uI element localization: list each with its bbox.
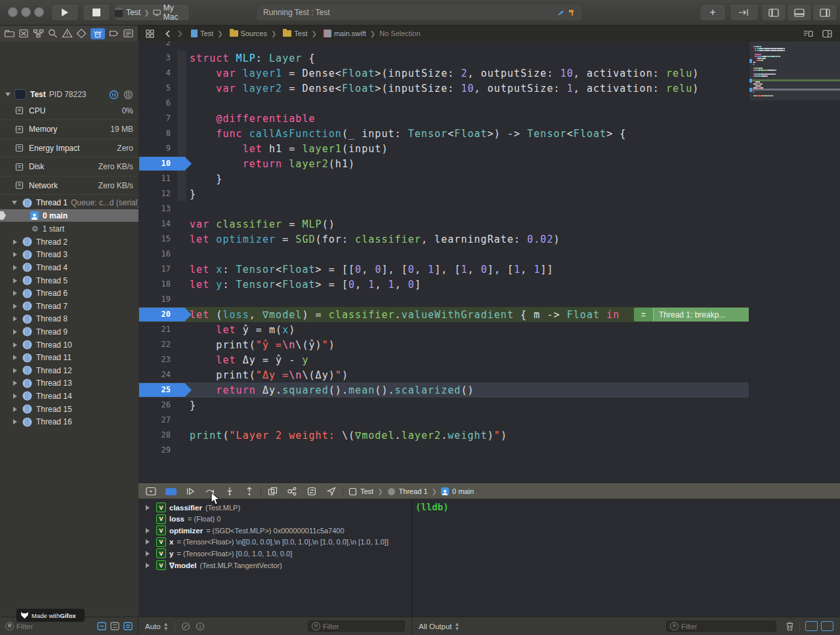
thread-row[interactable]: Thread 2	[0, 236, 138, 249]
line-number[interactable]: 4	[138, 68, 171, 77]
disclosure-closed-icon[interactable]	[13, 316, 17, 321]
toggle-console-pane-button[interactable]	[821, 621, 833, 631]
thread-row[interactable]: Thread 16	[0, 415, 138, 428]
variables-mode-select[interactable]: Auto	[145, 623, 161, 630]
code-line-14[interactable]: 14var classifier = MLP()	[138, 216, 749, 232]
process-row[interactable]: Test PID 78223	[0, 87, 138, 102]
code-line-16[interactable]: 16	[138, 247, 749, 262]
line-number[interactable]: 7	[138, 113, 171, 123]
jumpbar-selection[interactable]: No Selection	[379, 30, 420, 37]
gauge-row[interactable]: CPU 0%	[0, 102, 138, 120]
toggle-navigator-button[interactable]	[761, 4, 786, 21]
code-line-28[interactable]: 28print("Layer 2 weight: \(∇model.layer2…	[138, 428, 749, 443]
disclosure-open-icon[interactable]	[5, 92, 10, 96]
disclosure-open-icon[interactable]	[12, 201, 17, 205]
code-line-5[interactable]: 5 var layer2 = Dense<Float>(inputSize: 1…	[138, 81, 749, 96]
disclosure-closed-icon[interactable]	[13, 380, 17, 386]
simulate-location-button[interactable]	[322, 484, 341, 499]
code-line-22[interactable]: 22 print("ŷ =\n\(ŷ)")	[138, 337, 749, 352]
code-line-19[interactable]: 19	[138, 292, 749, 307]
line-number[interactable]: 23	[138, 355, 171, 364]
console-output-mode-select[interactable]: All Output	[419, 623, 452, 630]
variable-row[interactable]: V ∇model (Test.MLP.TangentVector)	[138, 560, 411, 571]
line-number[interactable]: 10	[138, 159, 171, 168]
debug-jump-thread[interactable]: Thread 1	[399, 487, 428, 495]
library-add-button[interactable]: +	[700, 4, 726, 21]
hide-debug-area-button[interactable]	[141, 484, 161, 499]
code-line-3[interactable]: 3struct MLP: Layer {	[138, 51, 749, 66]
info-icon[interactable]	[196, 622, 205, 631]
zoom-window-button[interactable]	[34, 7, 44, 17]
line-number[interactable]: 13	[138, 204, 171, 213]
gauge-row[interactable]: Network Zero KB/s	[0, 176, 138, 195]
breakpoints-toggle-button[interactable]	[161, 484, 180, 499]
trash-icon[interactable]	[786, 621, 794, 631]
tab-issue-navigator[interactable]	[62, 28, 73, 39]
thread-view-toggle-icon[interactable]	[123, 90, 133, 100]
step-into-button[interactable]	[220, 484, 240, 499]
thread-row[interactable]: Thread 4	[0, 261, 138, 274]
line-number[interactable]: 22	[138, 340, 171, 349]
code-line-4[interactable]: 4 var layer1 = Dense<Float>(inputSize: 2…	[138, 66, 749, 81]
line-number[interactable]: 8	[138, 129, 171, 138]
line-number[interactable]: 16	[138, 249, 171, 258]
code-line-18[interactable]: 18let y: Tensor<Float> = [0, 1, 1, 0]	[138, 277, 749, 292]
toggle-inspector-button[interactable]	[812, 4, 837, 21]
thread-row[interactable]: Thread 9	[0, 325, 138, 338]
thread-row[interactable]: Thread 15	[0, 403, 138, 416]
thread-row[interactable]: Thread 12	[0, 364, 138, 377]
editor-minimap[interactable]	[749, 41, 840, 483]
debug-memory-graph-button[interactable]	[282, 484, 302, 499]
disclosure-closed-icon[interactable]	[13, 278, 17, 283]
gauge-row[interactable]: Energy Impact Zero	[0, 139, 138, 157]
code-line-6[interactable]: 6	[138, 96, 749, 111]
show-crashed-toggle-icon[interactable]	[123, 622, 133, 630]
editor-options-button[interactable]	[730, 4, 759, 21]
code-line-25[interactable]: 25 return Δy.squared().mean().scalarized…	[138, 382, 749, 398]
thread-row[interactable]: Thread 7	[0, 300, 138, 313]
thread-row[interactable]: Thread 13	[0, 377, 138, 390]
disclosure-closed-icon[interactable]	[146, 505, 156, 510]
close-window-button[interactable]	[8, 7, 18, 17]
line-number[interactable]: 14	[138, 219, 171, 228]
debug-view-hierarchy-button[interactable]	[262, 484, 282, 499]
navigator-filter-input[interactable]: Filter	[16, 623, 33, 630]
stop-button[interactable]	[83, 4, 110, 21]
code-line-11[interactable]: 11 }	[138, 171, 749, 186]
toggle-variables-pane-button[interactable]	[805, 621, 818, 631]
flatten-stack-toggle-icon[interactable]	[110, 622, 119, 630]
disclosure-closed-icon[interactable]	[13, 252, 17, 257]
jumpbar-group[interactable]: Test	[294, 30, 307, 37]
console-filter-field[interactable]: ☰ Filter	[666, 621, 776, 632]
debug-jump-frame[interactable]: 0 main	[452, 487, 474, 495]
line-number[interactable]: 26	[138, 400, 171, 409]
editor-grid-icon[interactable]	[146, 30, 154, 38]
thread-row[interactable]: Thread 8	[0, 313, 138, 326]
console-output[interactable]: (lldb)	[412, 499, 840, 617]
step-out-button[interactable]	[240, 484, 259, 499]
disclosure-closed-icon[interactable]	[13, 419, 17, 424]
gauge-row[interactable]: Disk Zero KB/s	[0, 158, 138, 176]
thread-row[interactable]: Thread 5	[0, 274, 138, 287]
line-number[interactable]: 19	[138, 295, 171, 304]
disclosure-closed-icon[interactable]	[13, 239, 17, 245]
thread-row[interactable]: Thread 6	[0, 287, 138, 300]
code-line-26[interactable]: 26}	[138, 398, 749, 413]
forward-button[interactable]	[177, 30, 183, 38]
thread-row[interactable]: Thread 10	[0, 338, 138, 352]
line-number[interactable]: 9	[138, 144, 171, 153]
jumpbar-project[interactable]: Test	[200, 30, 213, 37]
show-running-toggle-icon[interactable]	[97, 622, 106, 630]
jumpbar-file[interactable]: main.swift	[334, 30, 366, 37]
variables-view[interactable]: V classifier (Test.MLP) V loss = (Float)…	[138, 499, 411, 617]
code-line-29[interactable]: 29	[138, 443, 749, 458]
code-review-icon[interactable]	[803, 30, 813, 38]
disclosure-closed-icon[interactable]	[146, 551, 156, 556]
line-number[interactable]: 21	[138, 325, 171, 334]
code-line-13[interactable]: 13	[138, 201, 749, 216]
line-number[interactable]: 24	[138, 370, 171, 379]
line-number[interactable]: 29	[138, 445, 171, 455]
minimize-window-button[interactable]	[21, 7, 31, 17]
code-line-24[interactable]: 24 print("Δy =\n\(Δy)")	[138, 367, 749, 382]
disclosure-closed-icon[interactable]	[13, 329, 17, 335]
